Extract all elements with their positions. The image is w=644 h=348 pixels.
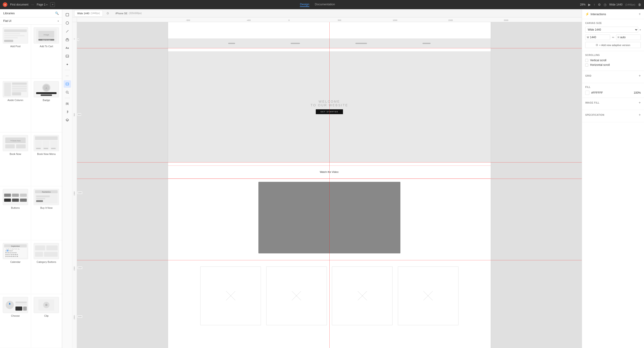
component-label-aside-column: Aside Column — [8, 99, 23, 102]
component-label-book-now: Book Now — [10, 153, 21, 155]
image-fill-add-button[interactable]: + — [639, 101, 641, 105]
component-clip[interactable]: Clip — [31, 294, 62, 348]
horizontal-scroll-option[interactable]: Horizontal scroll — [585, 63, 641, 66]
tool-more[interactable]: ··· — [64, 72, 71, 79]
svg-rect-55 — [35, 245, 45, 250]
svg-rect-20 — [41, 95, 52, 96]
component-choose[interactable]: 👤 Choose — [0, 294, 31, 348]
img-placeholder-1 — [200, 267, 261, 325]
document-title[interactable]: First document — [10, 3, 28, 6]
page-white-area: WELCOME TO OUR WEBSITE GET STARTED Watch… — [168, 22, 491, 348]
svg-rect-24 — [5, 144, 15, 149]
ruler-mark-500: 500 — [338, 19, 341, 21]
component-category-buttons[interactable]: Category Buttons — [31, 240, 62, 294]
vertical-scroll-checkbox[interactable] — [585, 59, 588, 62]
trash-button[interactable]: 🗑 — [638, 3, 641, 6]
interactions-add-button[interactable]: + — [639, 12, 641, 16]
svg-rect-15 — [12, 92, 21, 96]
lightning-icon: ⚡ — [585, 12, 589, 16]
canvas-tab-iphonese[interactable]: iPhone SE (320x568px) — [113, 10, 144, 16]
grid-add-button[interactable]: + — [639, 74, 641, 78]
interactions-title: Interactions — [590, 12, 606, 16]
zoom-level[interactable]: 28% — [580, 3, 586, 6]
canvas-content[interactable]: WELCOME TO OUR WEBSITE GET STARTED Watch… — [77, 22, 582, 348]
tab-documentation[interactable]: Documentation — [315, 2, 335, 7]
svg-rect-33 — [4, 194, 11, 197]
ruler-label-0: 0 — [77, 38, 79, 41]
component-thumb-calendar: September Su Mo Tu We Th Fr Sa 1 2 3 4 5… — [3, 243, 28, 259]
export-button[interactable]: ↑ — [594, 3, 595, 6]
tool-layers[interactable] — [64, 117, 71, 124]
main-layout: Libraries 🔍 Flat UI ▾ — [0, 9, 644, 348]
component-label-calendar: Calendar — [10, 261, 20, 263]
video-placeholder — [258, 182, 400, 254]
fill-opacity-value[interactable]: 100% — [634, 91, 641, 94]
play-button[interactable]: ▶ — [588, 3, 591, 6]
width-input[interactable] — [590, 36, 601, 39]
horizontal-scroll-checkbox[interactable] — [585, 63, 588, 66]
img-placeholder-2 — [266, 267, 327, 325]
right-sidebar: ⚡ Interactions + CANVAS SIZE Wide 1440 ▾… — [582, 9, 644, 348]
component-add-post[interactable]: Add Post — [0, 25, 31, 78]
height-input[interactable] — [620, 36, 632, 39]
component-thumb-add-to-cart: Image Add To Cart — [34, 27, 59, 43]
svg-text:Su Mo Tu We Th Fr Sa: Su Mo Tu We Th Fr Sa — [6, 248, 20, 250]
fill-color-swatch[interactable] — [585, 91, 589, 95]
svg-text:September: September — [11, 245, 20, 247]
svg-rect-26 — [35, 137, 58, 140]
ruler-mark-2000: 2000 — [504, 19, 508, 21]
add-adaptive-version-button[interactable]: ⊡ + Add new adaptive version — [585, 42, 641, 48]
tool-tree[interactable] — [64, 108, 71, 116]
tool-list[interactable] — [64, 80, 71, 88]
component-thumb-book-now: ✈ Book Now — [3, 135, 28, 151]
link-icon[interactable]: ⇔ — [612, 36, 614, 39]
history-button[interactable]: ◷ — [604, 3, 606, 6]
svg-rect-1 — [4, 33, 20, 34]
tool-text[interactable]: Aa — [64, 44, 71, 52]
settings-button[interactable]: ⚙ — [598, 3, 601, 6]
specification-add-button[interactable]: + — [639, 113, 641, 117]
thumb-svg-choose: 👤 — [3, 297, 28, 313]
library-select-row: Flat UI ▾ — [0, 17, 62, 25]
tool-image[interactable] — [64, 52, 71, 60]
tool-component[interactable] — [64, 36, 71, 43]
component-label-clip: Clip — [44, 314, 49, 317]
svg-rect-62 — [16, 304, 27, 305]
section-fill: FILL #FFFFFF 100% — [582, 83, 644, 98]
hero-cta-button[interactable]: GET STARTED — [316, 109, 343, 114]
canvas-viewport[interactable]: -500 -400 0 500 1000 1500 2000 0 500 100… — [72, 17, 582, 348]
width-field[interactable]: W — [585, 34, 610, 40]
component-badge[interactable]: A Badge — [31, 78, 62, 132]
tool-star[interactable]: ✦ — [64, 61, 71, 68]
library-dropdown[interactable]: Flat UI — [3, 19, 58, 22]
height-field[interactable]: H — [616, 34, 641, 40]
svg-rect-43 — [36, 198, 45, 199]
vertical-scroll-option[interactable]: Vertical scroll — [585, 59, 641, 62]
fill-color-value[interactable]: #FFFFFF — [591, 91, 632, 94]
tool-search[interactable] — [64, 89, 71, 96]
tab-design[interactable]: Design — [300, 2, 309, 7]
nav-bar — [168, 38, 491, 48]
add-page-button[interactable]: + — [50, 2, 55, 7]
tool-variable[interactable]: [$] — [64, 100, 71, 107]
tool-ellipse[interactable] — [64, 19, 71, 27]
width-label: W — [587, 36, 589, 39]
component-book-now[interactable]: ✈ Book Now Book Now — [0, 132, 31, 186]
canvas-size-dropdown[interactable]: Wide 1440 — [585, 27, 638, 33]
component-aside-column[interactable]: Aside Column — [0, 78, 31, 132]
hero-cta-label: GET STARTED — [320, 111, 338, 113]
search-icon[interactable]: 🔍 — [55, 11, 59, 15]
component-calendar[interactable]: September Su Mo Tu We Th Fr Sa 1 2 3 4 5… — [0, 240, 31, 294]
tool-pen[interactable] — [64, 28, 71, 35]
title-separator: — — [31, 3, 34, 6]
canvas-tab-responsive[interactable]: ⊙ — [104, 10, 112, 16]
svg-rect-57 — [35, 252, 43, 257]
tool-select[interactable] — [64, 11, 71, 18]
canvas-tab-wide1440[interactable]: Wide 1440 (1440px) — [74, 10, 103, 16]
fill-row: #FFFFFF 100% — [585, 91, 641, 95]
component-book-now-menu[interactable]: Book Now Menu — [31, 132, 62, 186]
component-buttons[interactable]: Buttons — [0, 186, 31, 240]
component-add-to-cart[interactable]: Image Add To Cart Add To Cart — [31, 25, 62, 78]
component-buy-it-now[interactable]: Numerics Buy It Now — [31, 186, 62, 240]
page-selector[interactable]: Page 1 ▾ — [37, 3, 48, 6]
